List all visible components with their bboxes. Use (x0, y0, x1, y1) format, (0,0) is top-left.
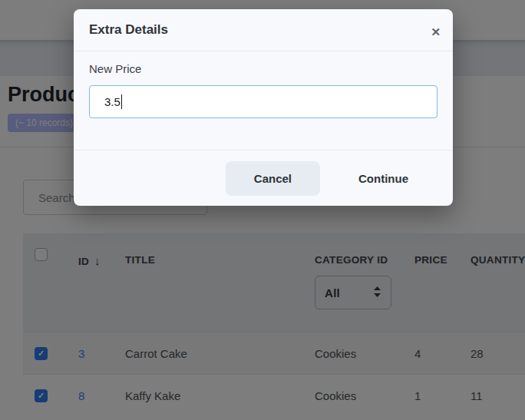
modal-body: New Price 3.5 (74, 51, 453, 118)
new-price-value: 3.5 (104, 95, 121, 108)
modal-header: Extra Details (74, 9, 453, 51)
new-price-label: New Price (89, 62, 438, 75)
text-caret (121, 94, 122, 109)
cancel-button[interactable]: Cancel (226, 161, 320, 196)
app-window: Products (~ 10 records) ID↓ TITLE CATEGO… (0, 0, 525, 420)
continue-button[interactable]: Continue (337, 161, 430, 196)
modal-title: Extra Details (89, 22, 168, 38)
extra-details-modal: Extra Details ✕ New Price 3.5 Cancel Con… (74, 9, 453, 206)
new-price-input[interactable]: 3.5 (89, 85, 438, 118)
close-icon[interactable]: ✕ (428, 23, 444, 41)
modal-footer: Cancel Continue (74, 150, 453, 206)
